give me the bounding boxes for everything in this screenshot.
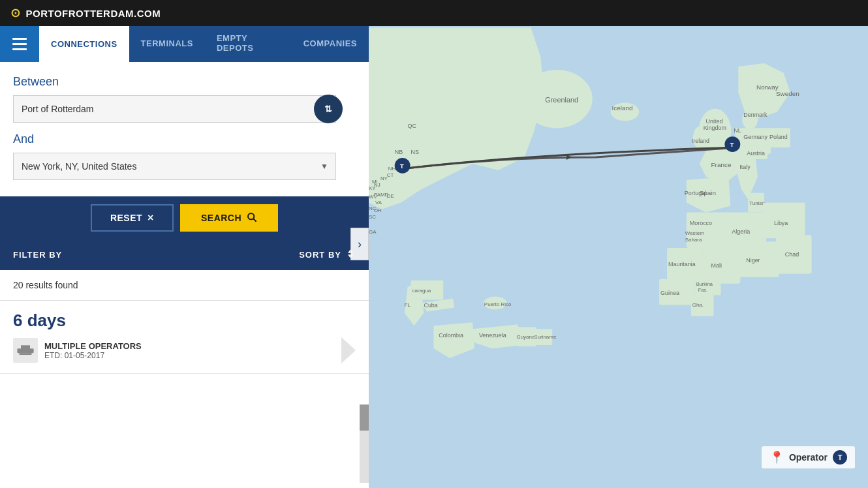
action-bar: RESET × SEARCH xyxy=(0,196,369,239)
svg-text:Suriname: Suriname xyxy=(534,334,557,340)
svg-text:caragua: caragua xyxy=(412,288,431,294)
top-bar: ⊙ PORTOFROTTERDAM.COM xyxy=(0,0,868,26)
swap-button[interactable]: ⇅ xyxy=(314,95,343,123)
svg-text:Kingdom: Kingdom xyxy=(704,125,726,131)
to-select-wrapper: New York, NY, United States ▼ xyxy=(13,153,336,180)
reset-icon: × xyxy=(147,212,154,224)
svg-line-1 xyxy=(253,219,256,222)
tab-terminals[interactable]: TERMINALS xyxy=(129,26,205,62)
between-label: Between xyxy=(13,75,356,89)
ship-icon xyxy=(16,344,35,357)
svg-text:Greenland: Greenland xyxy=(545,96,578,104)
svg-text:MI: MI xyxy=(372,179,378,185)
result-arrow-icon xyxy=(341,337,356,363)
svg-text:Fas.: Fas. xyxy=(698,287,707,293)
main-content: CONNECTIONS TERMINALS EMPTY DEPOTS COMPA… xyxy=(0,26,868,488)
svg-text:DE: DE xyxy=(387,193,394,199)
svg-text:NY: NY xyxy=(380,175,388,181)
operator-name: MULTIPLE OPERATORS xyxy=(44,341,335,351)
search-icon xyxy=(247,212,257,224)
svg-text:NB: NB xyxy=(395,149,403,155)
etd-info: ETD: 01-05-2017 xyxy=(44,351,335,360)
svg-text:Libya: Libya xyxy=(774,220,788,226)
result-item: 6 days MULTIPLE OPERATORS ETD: 01 xyxy=(0,301,369,374)
sort-by-container[interactable]: SORT BY xyxy=(299,249,356,261)
next-arrow-button[interactable]: › xyxy=(350,228,369,260)
map-legend-icon: 📍 xyxy=(769,450,784,465)
svg-text:Portugal: Portugal xyxy=(685,190,706,196)
svg-text:Germany: Germany xyxy=(743,134,767,140)
search-label: SEARCH xyxy=(201,213,241,223)
map-area: Greenland Iceland Norway Sweden United K… xyxy=(369,26,868,488)
svg-text:Western: Western xyxy=(685,230,704,236)
map-legend: 📍 Operator T xyxy=(762,446,855,468)
svg-text:T: T xyxy=(730,141,734,148)
reset-button[interactable]: RESET × xyxy=(91,204,174,232)
svg-rect-4 xyxy=(17,348,33,353)
svg-text:Algeria: Algeria xyxy=(732,228,750,235)
tab-empty-depots[interactable]: EMPTY DEPOTS xyxy=(205,26,292,62)
svg-text:NL: NL xyxy=(734,127,741,134)
svg-text:Mauritania: Mauritania xyxy=(668,261,696,267)
svg-text:France: France xyxy=(711,161,732,168)
scrollbar-thumb[interactable] xyxy=(360,404,369,431)
svg-text:NS: NS xyxy=(411,149,419,155)
search-form: Between Port of Rotterdam ▼ ⇅ And New Yo… xyxy=(0,62,369,196)
svg-rect-8 xyxy=(26,348,27,350)
sort-by-label: SORT BY xyxy=(299,250,341,260)
svg-text:QC: QC xyxy=(408,123,417,129)
left-panel: CONNECTIONS TERMINALS EMPTY DEPOTS COMPA… xyxy=(0,26,369,488)
svg-text:Ireland: Ireland xyxy=(692,138,709,144)
result-info: MULTIPLE OPERATORS ETD: 01-05-2017 xyxy=(44,341,335,360)
svg-text:VA: VA xyxy=(375,200,382,206)
svg-rect-7 xyxy=(23,348,24,350)
svg-text:Mali: Mali xyxy=(711,262,722,269)
svg-text:Morocco: Morocco xyxy=(690,220,712,226)
results-area: 20 results found 6 days MULTIP xyxy=(0,270,369,488)
filter-sort-bar: FILTER BY SORT BY xyxy=(0,239,369,270)
svg-text:Cuba: Cuba xyxy=(424,302,437,309)
map-legend-text: Operator xyxy=(789,452,828,463)
svg-text:T: T xyxy=(400,162,404,170)
svg-text:OH: OH xyxy=(374,207,382,213)
to-select[interactable]: New York, NY, United States xyxy=(13,153,336,180)
svg-text:Venezuela: Venezuela xyxy=(479,332,506,339)
svg-text:Burkina: Burkina xyxy=(696,281,713,287)
hamburger-icon xyxy=(12,38,27,50)
svg-text:Gha.: Gha. xyxy=(692,302,704,308)
svg-rect-6 xyxy=(19,353,32,355)
swap-icon: ⇅ xyxy=(324,104,332,114)
from-select-wrapper: Port of Rotterdam ▼ xyxy=(13,95,336,123)
svg-text:Austria: Austria xyxy=(747,150,765,157)
tab-companies[interactable]: COMPANIES xyxy=(292,26,369,62)
hamburger-button[interactable] xyxy=(0,26,39,62)
svg-text:Denmark: Denmark xyxy=(743,112,767,118)
from-select[interactable]: Port of Rotterdam xyxy=(13,95,336,123)
svg-text:Poland: Poland xyxy=(769,134,788,140)
logo-icon: ⊙ xyxy=(10,6,21,20)
svg-text:Puerto Rico: Puerto Rico xyxy=(484,301,512,307)
svg-text:Sahara: Sahara xyxy=(685,237,702,243)
search-button[interactable]: SEARCH xyxy=(180,204,278,232)
map-marker-t-icon: T xyxy=(833,450,847,465)
svg-text:Italy: Italy xyxy=(739,164,751,170)
svg-text:KY: KY xyxy=(369,185,376,191)
scrollbar-track[interactable] xyxy=(360,404,369,483)
ship-icon-container xyxy=(13,338,38,363)
svg-text:Iceland: Iceland xyxy=(612,104,633,112)
filter-by-label[interactable]: FILTER BY xyxy=(13,250,62,260)
result-details: MULTIPLE OPERATORS ETD: 01-05-2017 xyxy=(13,337,356,363)
svg-text:Guinea: Guinea xyxy=(660,290,679,296)
svg-text:WV: WV xyxy=(369,194,377,200)
tab-connections[interactable]: CONNECTIONS xyxy=(39,26,129,62)
world-map: Greenland Iceland Norway Sweden United K… xyxy=(369,26,868,488)
svg-text:CT: CT xyxy=(387,172,394,178)
svg-text:Sweden: Sweden xyxy=(776,90,799,97)
svg-text:Guyana: Guyana xyxy=(517,334,535,340)
and-label: And xyxy=(13,132,356,146)
svg-text:Norway: Norway xyxy=(756,84,779,91)
svg-text:Niger: Niger xyxy=(746,257,760,264)
svg-text:United: United xyxy=(706,118,723,125)
reset-label: RESET xyxy=(110,213,142,223)
logo-text: PORTOFROTTERDAM.COM xyxy=(26,8,161,19)
